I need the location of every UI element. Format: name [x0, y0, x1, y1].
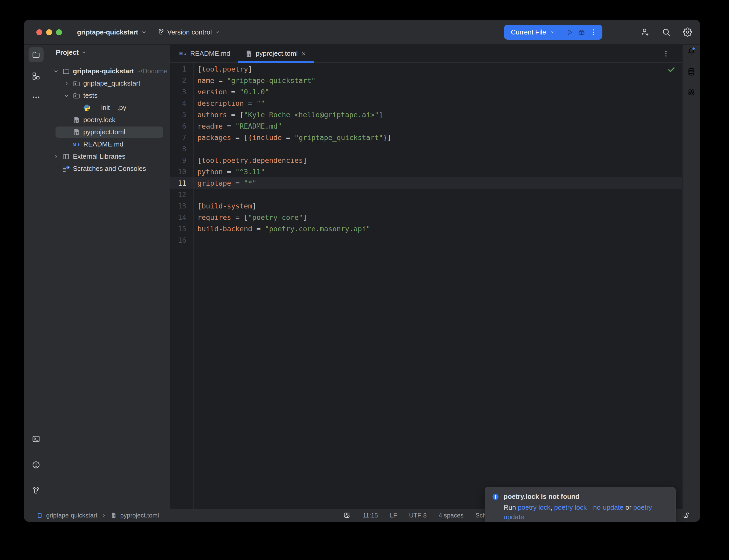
breadcrumb[interactable]: griptape-quickstart [T] pyproject.toml [36, 512, 159, 519]
line-number[interactable]: 12 [170, 191, 186, 199]
code-line[interactable]: 6readme = "README.md" [170, 120, 682, 132]
unlock-icon[interactable] [682, 512, 690, 519]
problems-icon [32, 460, 40, 469]
tab-label: README.md [190, 50, 230, 58]
notification-popup[interactable]: poetry.lock is not found Run poetry lock… [485, 487, 676, 522]
git-branch-icon [32, 486, 40, 495]
notification-link[interactable]: poetry lock [518, 503, 551, 511]
notifications-bell-icon[interactable] [687, 47, 696, 55]
line-number[interactable]: 3 [170, 88, 186, 96]
line-number[interactable]: 6 [170, 122, 186, 130]
code-line[interactable]: 14requires = ["poetry-core"] [170, 212, 682, 223]
tree-item-scratches-and-consoles[interactable]: Scratches and Consoles [48, 163, 170, 175]
line-number[interactable]: 1 [170, 65, 186, 73]
project-panel-header[interactable]: Project [48, 45, 170, 60]
minimize-window-button[interactable] [46, 29, 52, 35]
tree-item--init-py[interactable]: __init__.py [48, 102, 170, 114]
code-line[interactable]: 2name = "griptape-quickstart" [170, 75, 682, 86]
run-widget[interactable]: Current File [504, 25, 602, 40]
version-control-tool-button[interactable] [29, 483, 44, 498]
code-line[interactable]: 13[build-system] [170, 200, 682, 212]
zoom-window-button[interactable] [56, 29, 62, 35]
notification-body: Run poetry lock, poetry lock --no-update… [504, 503, 664, 522]
chevron-down-icon[interactable] [63, 92, 73, 99]
code-line[interactable]: 10python = "^3.11" [170, 166, 682, 177]
close-window-button[interactable] [36, 29, 42, 35]
folderSrc-icon [73, 92, 80, 100]
status-item[interactable]: LF [390, 512, 397, 519]
code-line[interactable]: 3version = "0.1.0" [170, 86, 682, 97]
code-line[interactable]: 7packages = [{include = "griptape_quicks… [170, 132, 682, 143]
debug-icon[interactable] [577, 28, 586, 37]
project-switcher[interactable]: griptape-quickstart [77, 28, 147, 36]
inspection-ok-icon[interactable] [667, 65, 676, 74]
line-number[interactable]: 13 [170, 202, 186, 210]
close-tab-icon[interactable] [301, 51, 307, 57]
code-text: packages = [{include = "griptape_quickst… [186, 134, 392, 142]
tree-item-external-libraries[interactable]: External Libraries [48, 150, 170, 163]
code-line[interactable]: 12 [170, 189, 682, 200]
code-line[interactable]: 11griptape = "*" [170, 177, 682, 189]
database-tool-icon[interactable] [687, 67, 696, 76]
code-line[interactable]: 8 [170, 143, 682, 155]
chevron-right-icon[interactable] [63, 80, 73, 87]
svg-text:[T]: [T] [112, 515, 117, 517]
ai-assistant-icon[interactable] [687, 88, 696, 97]
tab-pyproject-toml[interactable]: [T]pyproject.toml [238, 45, 314, 62]
tree-item-poetry-lock[interactable]: [T]poetry.lock [48, 114, 170, 126]
status-item[interactable]: 4 spaces [439, 512, 464, 519]
code-text: python = "^3.11" [186, 168, 265, 176]
line-number[interactable]: 7 [170, 134, 186, 142]
line-number[interactable]: 2 [170, 76, 186, 85]
line-number[interactable]: 8 [170, 145, 186, 153]
settings-button[interactable] [683, 27, 692, 37]
line-number[interactable]: 11 [170, 179, 186, 187]
line-number[interactable]: 15 [170, 225, 186, 233]
tab-options-icon[interactable] [662, 50, 670, 58]
code-line[interactable]: 9[tool.poetry.dependencies] [170, 155, 682, 166]
line-number[interactable]: 4 [170, 99, 186, 107]
more-tool-windows-button[interactable] [29, 90, 44, 105]
tree-item-tests[interactable]: tests [48, 89, 170, 102]
line-number[interactable]: 16 [170, 236, 186, 244]
search-button[interactable] [662, 27, 671, 37]
terminal-tool-button[interactable] [29, 431, 44, 446]
code-line[interactable]: 15build-backend = "poetry.core.masonry.a… [170, 223, 682, 234]
code-line[interactable]: 4description = "" [170, 97, 682, 109]
chevron-right-icon[interactable] [53, 153, 62, 160]
code-area[interactable]: 1[tool.poetry]2name = "griptape-quicksta… [170, 63, 682, 246]
chevron-spacer [63, 129, 73, 136]
tree-item-label: Scratches and Consoles [73, 165, 146, 173]
tree-item-griptape-quickstart[interactable]: griptape-quickstart~/Docume [48, 65, 170, 77]
notification-link[interactable]: poetry lock --no-update [554, 503, 623, 511]
run-icon[interactable] [565, 28, 574, 37]
code-line[interactable]: 5authors = ["Kyle Roche <hello@griptape.… [170, 109, 682, 120]
vcs-widget[interactable]: Version control [157, 28, 221, 36]
project-tool-button[interactable] [29, 47, 44, 62]
line-number[interactable]: 5 [170, 111, 186, 119]
structure-tool-button[interactable] [29, 68, 44, 83]
tree-item-griptape-quickstart[interactable]: griptape_quickstart [48, 77, 170, 89]
editor[interactable]: 1[tool.poetry]2name = "griptape-quicksta… [170, 63, 682, 509]
breadcrumb-project[interactable]: griptape-quickstart [46, 512, 97, 519]
line-number[interactable]: 10 [170, 168, 186, 176]
line-number[interactable]: 14 [170, 213, 186, 221]
status-item[interactable]: UTF-8 [409, 512, 427, 519]
tree-item-label: External Libraries [73, 152, 125, 160]
tree-item-pyproject-toml[interactable]: [T]pyproject.toml [48, 126, 170, 138]
tab-readme-md[interactable]: MREADME.md [172, 45, 238, 62]
add-user-button[interactable] [640, 27, 650, 37]
tab-label: pyproject.toml [256, 50, 298, 58]
status-item[interactable]: 11:15 [363, 512, 378, 519]
tree-item-path-hint: ~/Docume [137, 67, 168, 75]
more-run-options-icon[interactable] [589, 28, 597, 36]
code-line[interactable]: 16 [170, 234, 682, 246]
code-line[interactable]: 1[tool.poetry] [170, 63, 682, 75]
ai-status-icon[interactable] [343, 512, 351, 519]
tree-item-readme-md[interactable]: MREADME.md [48, 138, 170, 150]
problems-tool-button[interactable] [29, 457, 44, 472]
breadcrumb-file[interactable]: pyproject.toml [120, 512, 159, 519]
line-number[interactable]: 9 [170, 156, 186, 164]
window-controls[interactable] [36, 29, 62, 35]
chevron-down-icon[interactable] [53, 68, 62, 75]
